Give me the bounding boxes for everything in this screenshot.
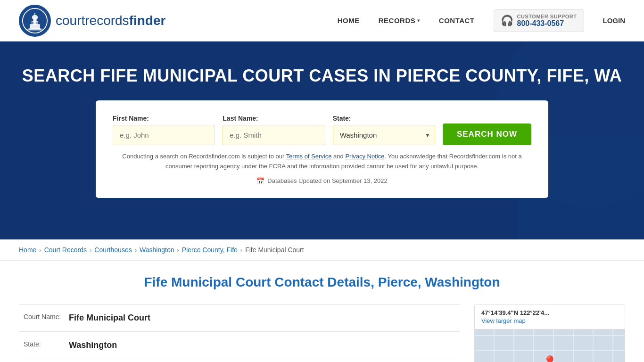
support-phone: 800-433-0567 — [517, 19, 577, 28]
records-dropdown-icon: ▾ — [417, 18, 420, 23]
court-name-row: Court Name: Fife Municipal Court — [19, 304, 460, 331]
main-nav: HOME RECORDS ▾ CONTACT 🎧 CUSTOMER SUPPOR… — [338, 9, 625, 32]
court-name-value: Fife Municipal Court — [69, 313, 150, 323]
tos-link[interactable]: Terms of Service — [286, 153, 332, 160]
breadcrumb-sep-4: › — [177, 247, 179, 254]
svg-rect-8 — [37, 21, 38, 24]
map-larger-link[interactable]: View larger map — [481, 317, 618, 324]
lastname-label: Last Name: — [223, 115, 325, 122]
breadcrumb-sep-3: › — [135, 247, 137, 254]
svg-rect-6 — [31, 21, 32, 24]
breadcrumb-pierce-county[interactable]: Pierce County, Fife — [182, 246, 238, 254]
search-box: First Name: Last Name: State: Washington… — [96, 100, 548, 198]
state-row-label: State: — [24, 340, 66, 348]
nav-contact[interactable]: CONTACT — [439, 16, 475, 25]
headphone-icon: 🎧 — [501, 15, 513, 27]
calendar-icon: 📅 — [256, 177, 264, 185]
breadcrumb-sep-5: › — [240, 247, 242, 254]
firstname-input[interactable] — [113, 125, 215, 145]
map-header: 47°14'39.4"N 122°22'4... View larger map — [475, 304, 625, 329]
breadcrumb-sep-1: › — [39, 247, 41, 254]
lastname-field-group: Last Name: — [223, 115, 325, 145]
state-row: State: Washington — [19, 331, 460, 359]
map-body: 📍 — [475, 329, 625, 362]
breadcrumb-washington[interactable]: Washington — [140, 246, 174, 254]
support-block[interactable]: 🎧 CUSTOMER SUPPORT 800-433-0567 — [494, 9, 584, 32]
search-fields: First Name: Last Name: State: Washington… — [113, 115, 531, 145]
state-row-value: Washington — [69, 340, 117, 350]
svg-rect-5 — [34, 13, 35, 16]
disclaimer-text: Conducting a search on Recordsfinder.com… — [113, 152, 531, 172]
breadcrumb-court-records[interactable]: Court Records — [44, 246, 87, 254]
map-streets — [475, 329, 625, 362]
support-label: CUSTOMER SUPPORT — [517, 14, 577, 19]
breadcrumb-current: Fife Municipal Court — [245, 246, 304, 254]
lastname-input[interactable] — [223, 125, 325, 145]
map-coordinates: 47°14'39.4"N 122°22'4... — [481, 309, 618, 316]
court-name-label: Court Name: — [24, 313, 66, 321]
db-update: 📅 Databases Updated on September 13, 202… — [113, 177, 531, 185]
state-label: State: — [333, 115, 435, 122]
svg-rect-7 — [33, 21, 33, 24]
state-select[interactable]: Washington Alabama Alaska California Col… — [333, 125, 435, 145]
site-header: courtrecordsfinder HOME RECORDS ▾ CONTAC… — [0, 0, 644, 41]
logo-icon — [19, 5, 51, 37]
details-left: Court Name: Fife Municipal Court State: … — [19, 304, 460, 359]
logo-area[interactable]: courtrecordsfinder — [19, 5, 165, 37]
svg-rect-11 — [27, 29, 42, 31]
logo-text: courtrecordsfinder — [56, 13, 165, 28]
breadcrumb-courthouses[interactable]: Courthouses — [94, 246, 132, 254]
breadcrumb: Home › Court Records › Courthouses › Was… — [0, 239, 644, 261]
breadcrumb-sep-2: › — [90, 247, 91, 254]
state-field-group: State: Washington Alabama Alaska Califor… — [333, 115, 435, 145]
main-content: Fife Municipal Court Contact Details, Pi… — [0, 261, 644, 362]
login-button[interactable]: LOGIN — [603, 16, 626, 25]
search-button[interactable]: SEARCH NOW — [443, 123, 531, 145]
nav-home[interactable]: HOME — [338, 16, 360, 25]
hero-title: SEARCH FIFE MUNICIPAL COURT CASES IN PIE… — [19, 65, 625, 86]
details-grid: Court Name: Fife Municipal Court State: … — [19, 304, 625, 362]
state-select-wrapper: Washington Alabama Alaska California Col… — [333, 125, 435, 145]
privacy-link[interactable]: Privacy Notice — [345, 153, 384, 160]
details-right: 47°14'39.4"N 122°22'4... View larger map… — [474, 304, 625, 362]
firstname-label: First Name: — [113, 115, 215, 122]
firstname-field-group: First Name: — [113, 115, 215, 145]
breadcrumb-home[interactable]: Home — [19, 246, 36, 254]
section-title: Fife Municipal Court Contact Details, Pi… — [19, 275, 625, 290]
hero-section: SEARCH FIFE MUNICIPAL COURT CASES IN PIE… — [0, 41, 644, 239]
svg-rect-9 — [38, 21, 39, 24]
nav-records[interactable]: RECORDS ▾ — [379, 16, 420, 25]
map-widget: 47°14'39.4"N 122°22'4... View larger map… — [474, 304, 625, 362]
